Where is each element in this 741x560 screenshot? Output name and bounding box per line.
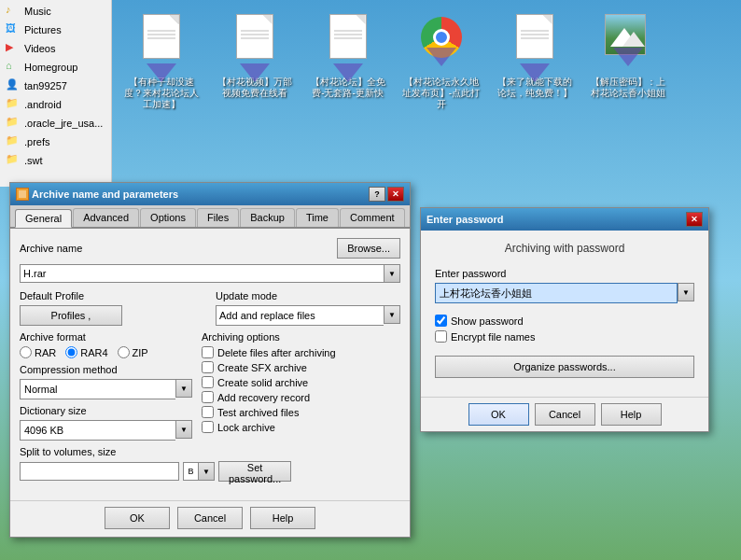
update-mode-label: Update mode (216, 290, 400, 301)
split-unit-display: B (183, 462, 198, 481)
password-titlebar-buttons: ✕ (686, 212, 703, 227)
compression-select-row: Normal ▼ (20, 379, 192, 399)
update-mode-group: Update mode ▼ (216, 290, 400, 326)
desktop-icon-2[interactable]: 【村花论坛】全免费-无套路-更新快 (308, 14, 387, 110)
tab-advanced[interactable]: Advanced (73, 208, 139, 227)
format-rar4-label[interactable]: RAR4 (65, 346, 107, 358)
option-lock-checkbox[interactable] (202, 421, 214, 433)
password-dialog-titlebar[interactable]: Enter password ✕ (421, 208, 708, 231)
option-sfx-label[interactable]: Create SFX archive (202, 361, 400, 373)
password-dialog-body: Archiving with password Enter password ▼… (421, 231, 708, 397)
format-zip-label[interactable]: ZIP (118, 346, 148, 358)
icon-image-2 (322, 14, 373, 75)
sidebar-item-videos[interactable]: ▶ Videos (2, 39, 109, 58)
encrypt-names-row[interactable]: Encrypt file names (435, 330, 694, 343)
dictionary-value: 4096 KB (20, 420, 175, 441)
sidebar-item-oracle[interactable]: 📁 .oracle_jre_usa... (2, 114, 109, 133)
archive-dialog-body: Archive name Browse... ▼ Default Profile… (10, 229, 410, 500)
archive-name-input[interactable] (20, 264, 384, 283)
option-recovery-checkbox[interactable] (202, 391, 214, 403)
archive-format-label: Archive format (20, 331, 192, 343)
dictionary-dropdown[interactable]: ▼ (175, 420, 192, 439)
desktop-icon-5[interactable]: 【解压密码】：上村花论坛香小姐姐 (588, 14, 667, 110)
tab-strip: General Advanced Options Files Backup Ti… (10, 205, 410, 229)
option-recovery-label[interactable]: Add recovery record (202, 391, 400, 403)
icon-image-4 (509, 14, 560, 75)
archive-name-dropdown[interactable]: ▼ (384, 264, 400, 283)
pictures-icon: 🖼 (6, 22, 21, 37)
format-rar-radio[interactable] (20, 346, 32, 358)
icon-image-3 (415, 14, 467, 75)
right-column: Archiving options Delete files after arc… (202, 331, 400, 487)
option-test-label[interactable]: Test archived files (202, 406, 400, 418)
close-button[interactable]: ✕ (387, 187, 404, 202)
organize-passwords-button[interactable]: Organize passwords... (435, 356, 694, 378)
archive-ok-button[interactable]: OK (105, 507, 170, 529)
show-password-row[interactable]: Show password (435, 315, 694, 327)
option-sfx-checkbox[interactable] (202, 361, 214, 373)
sidebar-item-homegroup[interactable]: ⌂ Homegroup (2, 58, 109, 77)
password-dialog-footer: OK Cancel Help (421, 397, 708, 431)
archive-dialog-footer: OK Cancel Help (10, 500, 410, 537)
tab-general[interactable]: General (15, 209, 72, 228)
password-help-button[interactable]: Help (601, 403, 662, 426)
option-delete-label[interactable]: Delete files after archiving (202, 346, 400, 358)
folder-icon: 📁 (6, 134, 21, 149)
password-dropdown[interactable]: ▼ (678, 283, 694, 301)
icon-image-0 (135, 14, 187, 75)
password-cancel-button[interactable]: Cancel (535, 403, 595, 426)
password-input[interactable] (435, 283, 678, 303)
archive-dialog-titlebar[interactable]: Archive name and parameters ? ✕ (10, 183, 410, 205)
archive-help-button[interactable]: Help (250, 507, 315, 529)
sidebar-item-user[interactable]: 👤 tan99257 (2, 77, 109, 95)
show-password-checkbox[interactable] (435, 315, 447, 327)
tab-options[interactable]: Options (140, 208, 196, 227)
split-row: B ▼ Set password... (20, 461, 192, 482)
titlebar-buttons: ? ✕ (369, 187, 404, 202)
browse-button[interactable]: Browse... (337, 238, 400, 259)
sidebar-item-pictures[interactable]: 🖼 Pictures (2, 21, 109, 39)
profiles-button[interactable]: Profiles , (20, 305, 122, 326)
update-mode-input[interactable] (216, 305, 384, 326)
default-profile-label: Default Profile (20, 290, 204, 301)
sidebar-item-swt[interactable]: 📁 .swt (2, 151, 109, 170)
archive-cancel-button[interactable]: Cancel (177, 507, 243, 529)
update-mode-dropdown[interactable]: ▼ (384, 305, 400, 324)
sidebar-item-prefs[interactable]: 📁 .prefs (2, 133, 109, 151)
tab-files[interactable]: Files (197, 208, 239, 227)
password-ok-button[interactable]: OK (468, 403, 529, 426)
split-label: Split to volumes, size (20, 446, 192, 457)
option-delete-checkbox[interactable] (202, 346, 214, 358)
option-test-checkbox[interactable] (202, 406, 214, 418)
archiving-options-label: Archiving options (202, 331, 400, 343)
password-input-row: ▼ (435, 283, 694, 303)
password-close-button[interactable]: ✕ (686, 212, 703, 227)
format-zip-radio[interactable] (118, 346, 130, 358)
archive-name-input-row: ▼ (20, 264, 400, 283)
desktop-icon-1[interactable]: 【村花视频】万部视频免费在线看 (215, 14, 294, 110)
help-icon-btn[interactable]: ? (369, 187, 385, 202)
encrypt-names-checkbox[interactable] (435, 330, 447, 343)
split-input[interactable] (20, 462, 179, 481)
dictionary-label: Dictionary size (20, 405, 192, 416)
option-lock-label[interactable]: Lock archive (202, 421, 400, 433)
format-rar4-radio[interactable] (65, 346, 77, 358)
desktop: ♪ Music 🖼 Pictures ▶ Videos ⌂ Homegroup … (0, 0, 741, 560)
desktop-icon-0[interactable]: 【有种子却没速度？来村花论坛人工加速】 (121, 14, 201, 110)
desktop-icons-area: 【有种子却没速度？来村花论坛人工加速】 【村花视频】万部视频免费在线看 (117, 9, 741, 115)
icon-image-1 (229, 14, 280, 75)
desktop-icon-3[interactable]: 【村花论坛永久地址发布页】-点此打开 (401, 14, 481, 110)
sidebar-item-music[interactable]: ♪ Music (2, 2, 109, 21)
music-icon: ♪ (6, 4, 21, 19)
desktop-icon-4[interactable]: 【来了就能下载的论坛，纯免费！】 (495, 14, 574, 110)
tab-backup[interactable]: Backup (240, 208, 295, 227)
tab-time[interactable]: Time (296, 208, 339, 227)
format-radio-row: RAR RAR4 ZIP (20, 346, 192, 358)
archive-name-label: Archive name (20, 243, 82, 254)
format-rar-label[interactable]: RAR (20, 346, 56, 358)
option-solid-label[interactable]: Create solid archive (202, 376, 400, 388)
compression-dropdown[interactable]: ▼ (175, 379, 192, 398)
tab-comment[interactable]: Comment (340, 208, 405, 227)
option-solid-checkbox[interactable] (202, 376, 214, 388)
sidebar-item-android[interactable]: 📁 .android (2, 95, 109, 114)
